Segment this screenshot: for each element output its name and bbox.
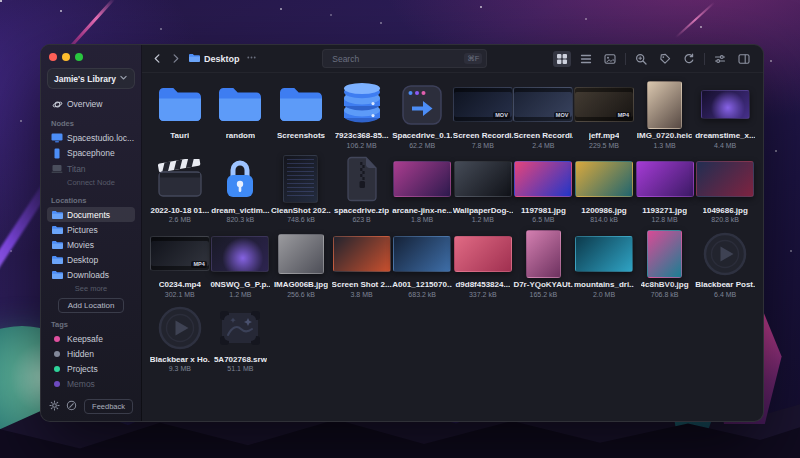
file-item-wallpaperdog[interactable]: WallpaperDog-... 1.2 MB (453, 155, 513, 225)
library-selector[interactable]: Jamie's Library (47, 68, 135, 89)
file-item-img-0720-heic[interactable]: IMG_0720.heic 1.3 MB (635, 80, 695, 150)
file-name: mountains_dri... (574, 280, 634, 289)
filters-icon[interactable] (711, 51, 729, 67)
file-item-screen-shot-2[interactable]: Screen Shot 2... 3.8 MB (332, 229, 392, 299)
lock-thumbnail (220, 156, 260, 203)
sidebar: Jamie's Library Overview Nodes Spacestud… (41, 45, 142, 421)
file-name: 1200986.jpg (581, 206, 626, 215)
file-item-d7r-yqokyaut[interactable]: D7r-YQoKYAUt... 165.2 kB (514, 229, 574, 299)
connect-node-button[interactable]: Connect Node (47, 178, 135, 187)
file-item-dreamstime-x[interactable]: dreamstime_x... 4.4 MB (695, 80, 755, 150)
file-item-cleanshot-202[interactable]: CleanShot 202... 748.6 kB (271, 155, 331, 225)
file-item-1193271-jpg[interactable]: 1193271.jpg 12.8 MB (635, 155, 695, 225)
file-item-mountains-dri[interactable]: mountains_dri... 2.0 MB (574, 229, 634, 299)
window-close-button[interactable] (49, 53, 57, 61)
sidebar-item-titan[interactable]: Titan (47, 161, 135, 176)
file-item-1197981-jpg[interactable]: 1197981.jpg 6.5 MB (514, 155, 574, 225)
file-name: IMAG006B.jpg (274, 280, 328, 289)
sidebar-item-downloads[interactable]: Downloads (47, 267, 135, 282)
file-item-a001-1215070[interactable]: A001_1215070... 683.2 kB (392, 229, 452, 299)
zip-thumbnail (343, 156, 381, 203)
window-zoom-button[interactable] (75, 53, 83, 61)
breadcrumb[interactable]: Desktop (188, 52, 257, 65)
file-size: 748.6 kB (287, 216, 315, 223)
file-item-spacedrive-zip[interactable]: spacedrive.zip 623 B (332, 155, 392, 225)
file-size: 1.8 MB (411, 216, 433, 223)
tag-icon[interactable] (656, 51, 674, 67)
file-item-imag006b-jpg[interactable]: IMAG006B.jpg 256.6 kB (271, 229, 331, 299)
file-name: Screen Recordi... (513, 131, 573, 140)
file-item-1200986-jpg[interactable]: 1200986.jpg 814.0 kB (574, 155, 634, 225)
video-thumbnail: MOV (513, 81, 573, 128)
file-item-7923c368-85[interactable]: 7923c368-85... 106.2 MB (332, 80, 392, 150)
sidebar-item-documents[interactable]: Documents (47, 207, 135, 222)
file-item-d9d8f453824[interactable]: d9d8f453824... 337.2 kB (453, 229, 513, 299)
file-item-5a702768-srw[interactable]: 5A702768.srw 51.1 MB (211, 304, 271, 374)
inspector-icon[interactable] (735, 51, 753, 67)
format-badge: MP4 (191, 261, 206, 269)
back-button[interactable] (152, 53, 163, 64)
file-item-screen-recordi[interactable]: MOV Screen Recordi... 7.8 MB (453, 80, 513, 150)
sidebar-item-projects[interactable]: Projects (47, 361, 135, 376)
file-item-random[interactable]: random (211, 80, 271, 150)
see-more-button[interactable]: See more (47, 284, 135, 293)
file-item-4c8hbv0-jpg[interactable]: 4c8hBV0.jpg 706.8 kB (635, 229, 695, 299)
add-location-button[interactable]: Add Location (58, 298, 125, 313)
file-size: 4.4 MB (714, 142, 736, 149)
file-item-1049686-jpg[interactable]: 1049686.jpg 820.8 kB (695, 155, 755, 225)
file-name: 1049686.jpg (703, 206, 748, 215)
sidebar-item-hidden[interactable]: Hidden (47, 346, 135, 361)
photo-thumbnail (526, 230, 561, 277)
search-shortcut: ⌘F (464, 53, 482, 64)
folder-icon (51, 225, 63, 235)
file-size: 2.0 MB (593, 291, 615, 298)
file-item-0nswq-g-p-p[interactable]: 0NSWQ_G_P.p... 1.2 MB (211, 229, 271, 299)
search-box[interactable]: ⌘F (322, 49, 487, 68)
settings-gear-icon[interactable] (49, 397, 60, 415)
file-item-blackbear-post[interactable]: Blackbear Post... 6.4 MB (695, 229, 755, 299)
media-view-icon[interactable] (601, 51, 619, 67)
format-badge: MP4 (616, 112, 631, 120)
sidebar-item-spacephone[interactable]: Spacephone (47, 145, 135, 161)
folder-icon (51, 255, 63, 265)
tag-color-dot (51, 381, 63, 387)
file-size: 814.0 kB (590, 216, 618, 223)
feedback-button[interactable]: Feedback (84, 399, 133, 414)
file-item-jeff-mp4[interactable]: MP4 jeff.mp4 229.5 MB (574, 80, 634, 150)
grid-view-icon[interactable] (553, 51, 571, 67)
search-input[interactable] (330, 53, 464, 65)
path-options-ellipsis-icon[interactable] (246, 52, 257, 65)
file-item-c0234-mp4[interactable]: MP4 C0234.mp4 302.1 MB (150, 229, 210, 299)
file-item-2022-10-18-01[interactable]: 2022-10-18 01... 2.6 MB (150, 155, 210, 225)
zoom-icon[interactable] (632, 51, 650, 67)
file-size: 302.1 MB (165, 291, 195, 298)
folder-icon (51, 240, 63, 250)
sidebar-item-spacestudio-loc[interactable]: Spacestudio.loc... (47, 130, 135, 145)
main-pane: Desktop ⌘F Tauri random Screenshots 7923… (142, 45, 763, 421)
sidebar-item-overview[interactable]: Overview (47, 96, 135, 112)
file-item-screen-recordi[interactable]: MOV Screen Recordi... 2.4 MB (514, 80, 574, 150)
sidebar-item-keepsafe[interactable]: Keepsafe (47, 331, 135, 346)
file-name: 2022-10-18 01... (150, 206, 209, 215)
forward-button[interactable] (170, 53, 181, 64)
file-item-screenshots[interactable]: Screenshots (271, 80, 331, 150)
file-size: 820.8 kB (711, 216, 739, 223)
file-size: 337.2 kB (469, 291, 497, 298)
refresh-icon[interactable] (680, 51, 698, 67)
file-name: 1197981.jpg (521, 206, 566, 215)
sidebar-item-pictures[interactable]: Pictures (47, 222, 135, 237)
support-icon[interactable] (66, 397, 77, 415)
file-item-dream-victim[interactable]: dream_victim... 820.3 kB (211, 155, 271, 225)
sidebar-item-memos[interactable]: Memos (47, 376, 135, 391)
file-item-arcane-jinx-ne[interactable]: arcane-jinx-ne... 1.8 MB (392, 155, 452, 225)
file-item-blackbear-x-ho[interactable]: Blackbear x Ho... 9.3 MB (150, 304, 210, 374)
file-item-spacedrive-0-1[interactable]: Spacedrive_0.1... 62.2 MB (392, 80, 452, 150)
toolbar-separator (704, 53, 705, 65)
file-item-tauri[interactable]: Tauri (150, 80, 210, 150)
file-size: 683.2 kB (408, 291, 436, 298)
window-minimize-button[interactable] (62, 53, 70, 61)
list-view-icon[interactable] (577, 51, 595, 67)
sidebar-item-movies[interactable]: Movies (47, 237, 135, 252)
sidebar-item-desktop[interactable]: Desktop (47, 252, 135, 267)
tag-color-dot (51, 366, 63, 372)
